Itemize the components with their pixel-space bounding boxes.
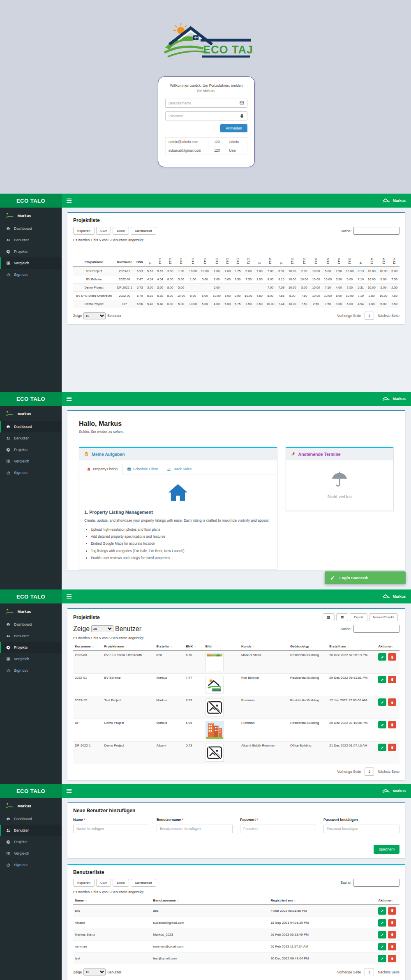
- delete-button[interactable]: [388, 955, 396, 962]
- delete-button[interactable]: [388, 943, 396, 950]
- metric-column-header[interactable]: 4.1.1: [366, 245, 378, 267]
- page-size-select[interactable]: 10: [83, 968, 106, 975]
- delete-button[interactable]: [388, 676, 396, 683]
- metric-column-header[interactable]: 2.1.1: [265, 245, 277, 267]
- metric-column-header[interactable]: 4.3.1: [389, 245, 399, 267]
- csv-button[interactable]: CSV: [96, 879, 111, 887]
- name-input[interactable]: [73, 825, 149, 833]
- metric-column-header[interactable]: 1.4.1: [199, 245, 211, 267]
- tab-track-sales[interactable]: Track Sales: [162, 464, 196, 474]
- password-input[interactable]: [169, 114, 240, 118]
- search-input[interactable]: [353, 879, 399, 887]
- search-input[interactable]: [353, 625, 399, 633]
- sidebar-item-dashboard[interactable]: Dashboard: [0, 813, 62, 825]
- sidebar-item-sign-out[interactable]: Sign out: [0, 859, 62, 871]
- edit-button[interactable]: [378, 744, 386, 751]
- metric-column-header[interactable]: 1.6.2: [233, 245, 242, 267]
- column-header-projektname[interactable]: Projektname↑↓: [102, 643, 155, 651]
- sidebar-item-projekte[interactable]: Projekte: [0, 836, 62, 848]
- column-header-bnk[interactable]: BNK↑↓: [184, 643, 204, 651]
- sidebar-item-benutzer[interactable]: Benutzer: [0, 234, 62, 246]
- metric-column-header[interactable]: 3.1.1: [286, 245, 298, 267]
- page-number-button[interactable]: 1: [365, 968, 374, 976]
- sidebar-item-sign-out[interactable]: Sign out: [0, 467, 62, 478]
- column-header-projektname[interactable]: Projektname: [73, 245, 115, 267]
- save-button[interactable]: Speichern: [374, 845, 399, 854]
- navbar-user[interactable]: Markus: [376, 784, 411, 798]
- sidebar-item-sign-out[interactable]: Sign out: [0, 665, 62, 676]
- edit-button[interactable]: [378, 919, 386, 927]
- column-header-benutzername[interactable]: Benutzername↑↓: [152, 897, 269, 905]
- metric-column-header[interactable]: 1.1.2: [165, 245, 175, 267]
- prev-page-button[interactable]: Vorherige Seite: [337, 970, 361, 974]
- passwort-input[interactable]: [240, 825, 316, 833]
- passwort-best-tigen-input[interactable]: [323, 825, 399, 833]
- column-header-kunde[interactable]: Kunde↑↓: [240, 643, 289, 651]
- menu-toggle-icon[interactable]: [62, 194, 76, 208]
- sidebar-item-benutzer[interactable]: Benutzer: [0, 432, 62, 444]
- metric-column-header[interactable]: 2.: [254, 245, 264, 267]
- next-page-button[interactable]: Nächste Seite: [378, 970, 399, 974]
- edit-button[interactable]: [378, 907, 386, 915]
- menu-toggle-icon[interactable]: [62, 392, 76, 406]
- sichtbarkeit-button[interactable]: Sichtbarkeit: [131, 879, 156, 887]
- excel-button[interactable]: Excel: [113, 879, 129, 887]
- metric-column-header[interactable]: 3.4.1: [334, 245, 344, 267]
- delete-button[interactable]: [388, 698, 396, 706]
- column-header-ersteller[interactable]: Ersteller↑↓: [155, 643, 184, 651]
- metric-column-header[interactable]: 3.1.2: [298, 245, 310, 267]
- metric-column-header[interactable]: 1.1.1: [155, 245, 165, 267]
- menu-toggle-icon[interactable]: [62, 589, 76, 603]
- navbar-user[interactable]: Markus: [376, 392, 411, 406]
- edit-button[interactable]: [378, 955, 386, 962]
- kopieren-button[interactable]: Kopieren: [73, 227, 95, 235]
- column-header-bnk[interactable]: BNK: [134, 245, 145, 267]
- metric-column-header[interactable]: 3.3.1: [322, 245, 334, 267]
- metric-column-header[interactable]: 1.5.1: [211, 245, 223, 267]
- search-input[interactable]: [353, 227, 399, 235]
- edit-button[interactable]: [378, 653, 386, 661]
- edit-button[interactable]: [378, 931, 386, 938]
- sidebar-item-vergleich[interactable]: Vergleich: [0, 257, 62, 269]
- page-number-button[interactable]: 1: [365, 312, 374, 320]
- username-input[interactable]: [169, 101, 240, 105]
- excel-button[interactable]: Excel: [113, 227, 129, 235]
- edit-button[interactable]: [378, 676, 386, 683]
- column-header-name[interactable]: Name↑↓: [73, 897, 152, 905]
- sidebar-item-dashboard[interactable]: Dashboard: [0, 421, 62, 432]
- delete-button[interactable]: [388, 744, 396, 751]
- next-page-button[interactable]: Nächste Seite: [378, 314, 399, 318]
- delete-button[interactable]: [388, 919, 396, 927]
- metric-column-header[interactable]: 3.: [276, 245, 286, 267]
- list-view-button[interactable]: [336, 613, 348, 621]
- next-page-button[interactable]: Nächste Seite: [378, 770, 399, 774]
- page-size-select[interactable]: 10: [83, 312, 106, 319]
- edit-button[interactable]: [378, 698, 386, 706]
- new-project-button[interactable]: Neues Projekt: [369, 613, 398, 621]
- sidebar-item-vergleich[interactable]: Vergleich: [0, 653, 62, 665]
- metric-column-header[interactable]: 4.2.1: [378, 245, 390, 267]
- delete-button[interactable]: [388, 931, 396, 938]
- column-header-kurzname[interactable]: Kurzname↑↓: [73, 643, 102, 651]
- benutzername-input[interactable]: [157, 825, 233, 833]
- sidebar-item-vergleich[interactable]: Vergleich: [0, 455, 62, 467]
- edit-button[interactable]: [378, 721, 386, 728]
- metric-column-header[interactable]: 1.2.1: [175, 245, 187, 267]
- login-button[interactable]: Anmelden: [220, 124, 247, 132]
- metric-column-header[interactable]: 3.5.1: [344, 245, 356, 267]
- metric-column-header[interactable]: 1.: [145, 245, 155, 267]
- page-number-button[interactable]: 1: [365, 767, 374, 776]
- column-header-kurzname[interactable]: Kurzname: [115, 245, 134, 267]
- prev-page-button[interactable]: Vorherige Seite: [337, 770, 361, 774]
- column-header-geb-udetyp[interactable]: Gebäudetyp↑↓: [289, 643, 328, 651]
- sidebar-item-dashboard[interactable]: Dashboard: [0, 223, 62, 234]
- prev-page-button[interactable]: Vorherige Seite: [337, 314, 361, 318]
- navbar-user[interactable]: Markus: [376, 589, 411, 603]
- grid-view-button[interactable]: [323, 613, 335, 621]
- sidebar-item-dashboard[interactable]: Dashboard: [0, 619, 62, 630]
- metric-column-header[interactable]: 4.: [356, 245, 365, 267]
- metric-column-header[interactable]: 1.6.1: [223, 245, 233, 267]
- delete-button[interactable]: [388, 907, 396, 915]
- delete-button[interactable]: [388, 721, 396, 728]
- sidebar-item-projekte[interactable]: Projekte: [0, 444, 62, 455]
